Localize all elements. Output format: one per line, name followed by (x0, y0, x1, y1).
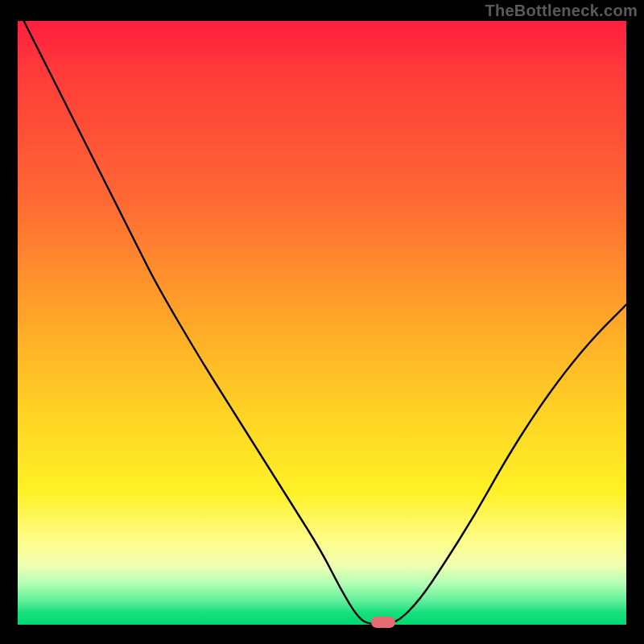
plot-area (18, 21, 626, 625)
bottleneck-curve (18, 21, 626, 625)
attribution-text: TheBottleneck.com (485, 2, 638, 20)
chart-frame: TheBottleneck.com (0, 0, 644, 644)
optimal-marker (371, 617, 395, 628)
